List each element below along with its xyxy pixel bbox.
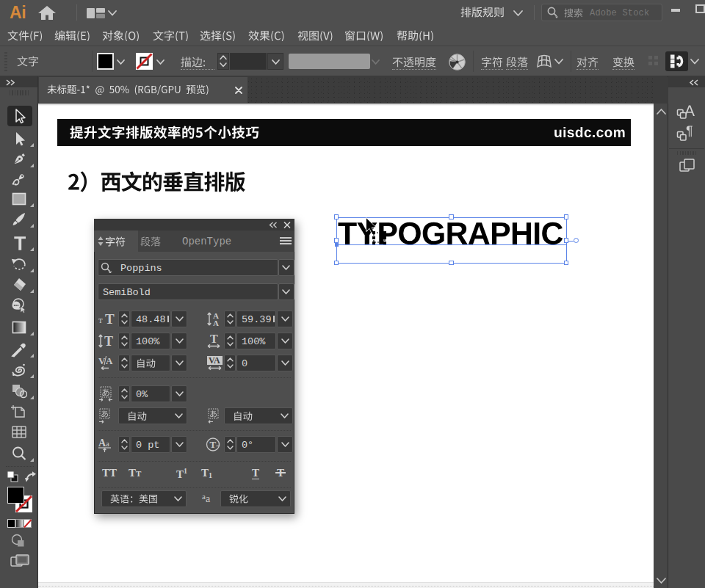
- svg-text:T: T: [105, 313, 115, 325]
- svg-text:VA: VA: [209, 355, 220, 366]
- svg-text:T: T: [104, 334, 113, 349]
- svg-text:A: A: [213, 319, 219, 327]
- svg-text:T: T: [210, 333, 218, 345]
- svg-text:т: т: [98, 314, 103, 325]
- svg-text:A: A: [106, 355, 113, 366]
- svg-text:a: a: [106, 439, 109, 448]
- svg-text:T: T: [210, 439, 217, 450]
